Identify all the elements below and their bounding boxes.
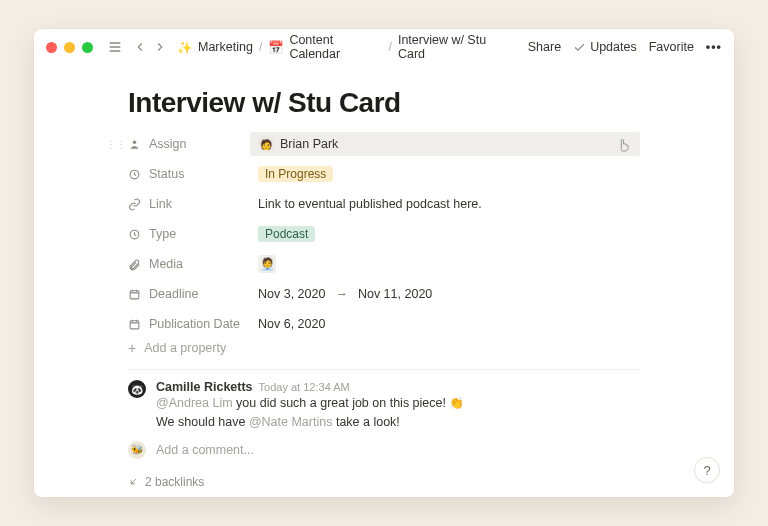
user-mention[interactable]: @Andrea Lim (156, 396, 233, 410)
comment: 🐼 Camille Ricketts Today at 12:34 AM @An… (128, 380, 640, 433)
breadcrumb-item-calendar[interactable]: 📅 Content Calendar (268, 33, 382, 61)
nav-back-button[interactable] (133, 40, 147, 54)
app-window: ✨ Marketing / 📅 Content Calendar / Inter… (34, 29, 734, 497)
help-button[interactable]: ? (694, 457, 720, 483)
arrow-right-icon: → (335, 287, 348, 301)
comment-author: Camille Ricketts (156, 380, 253, 394)
property-row-link[interactable]: Link Link to eventual published podcast … (128, 189, 640, 219)
property-row-deadline[interactable]: Deadline Nov 3, 2020 → Nov 11, 2020 (128, 279, 640, 309)
backlinks-button[interactable]: 2 backlinks (128, 475, 640, 489)
property-value: Brian Park (280, 137, 338, 151)
comment-avatar: 🐼 (128, 380, 146, 398)
property-label: Assign (149, 137, 187, 151)
add-property-button[interactable]: + Add a property (128, 341, 640, 355)
check-icon (573, 41, 586, 54)
backlinks-label: 2 backlinks (145, 475, 204, 489)
add-comment-placeholder: Add a comment... (156, 443, 254, 457)
minimize-window-button[interactable] (64, 42, 75, 53)
breadcrumb-label: Marketing (198, 40, 253, 54)
properties-list: ⋮⋮ Assign 🧑 Brian Park (128, 129, 640, 355)
calendar-icon: 📅 (268, 40, 284, 55)
property-value: Link to eventual published podcast here. (258, 197, 482, 211)
select-icon (128, 228, 141, 241)
clap-emoji-icon: 👏 (449, 396, 464, 410)
updates-button[interactable]: Updates (573, 40, 637, 54)
topbar-actions: Share Updates Favorite ••• (528, 40, 722, 54)
plus-icon: + (128, 341, 136, 355)
property-value: Nov 6, 2020 (258, 317, 325, 331)
titlebar: ✨ Marketing / 📅 Content Calendar / Inter… (34, 29, 734, 65)
property-row-type[interactable]: Type Podcast (128, 219, 640, 249)
updates-label: Updates (590, 40, 637, 54)
user-mention[interactable]: @Nate Martins (249, 415, 333, 429)
deadline-to: Nov 11, 2020 (358, 287, 432, 301)
share-button[interactable]: Share (528, 40, 561, 54)
add-comment-input[interactable]: 🐝 Add a comment... (128, 441, 640, 459)
attachment-icon (128, 258, 141, 271)
sparkles-icon: ✨ (177, 40, 193, 55)
page-content: Interview w/ Stu Card ⋮⋮ Assign 🧑 Brian … (34, 65, 734, 497)
user-avatar: 🧑 (258, 136, 274, 152)
nav-arrows (133, 40, 167, 54)
property-row-media[interactable]: Media 🧑‍💼 (128, 249, 640, 279)
close-window-button[interactable] (46, 42, 57, 53)
svg-rect-10 (130, 320, 139, 328)
breadcrumb-label: Interview w/ Stu Card (398, 33, 512, 61)
current-user-avatar: 🐝 (128, 441, 146, 459)
maximize-window-button[interactable] (82, 42, 93, 53)
property-label: Deadline (149, 287, 198, 301)
pointer-cursor-icon (616, 136, 630, 152)
link-icon (128, 198, 141, 211)
more-menu-button[interactable]: ••• (706, 40, 722, 54)
divider (128, 369, 640, 370)
favorite-button[interactable]: Favorite (649, 40, 694, 54)
sidebar-toggle-icon[interactable] (107, 39, 123, 55)
calendar-icon (128, 288, 141, 301)
breadcrumb-item-current[interactable]: Interview w/ Stu Card (398, 33, 512, 61)
property-label: Link (149, 197, 172, 211)
backlink-arrow-icon (128, 476, 139, 487)
page-title[interactable]: Interview w/ Stu Card (128, 87, 640, 119)
svg-rect-6 (130, 290, 139, 298)
property-label: Status (149, 167, 184, 181)
window-controls (46, 42, 93, 53)
property-row-status[interactable]: Status In Progress (128, 159, 640, 189)
status-badge: In Progress (258, 166, 333, 182)
media-thumbnail[interactable]: 🧑‍💼 (258, 255, 276, 273)
breadcrumb-separator: / (259, 40, 262, 54)
property-label: Type (149, 227, 176, 241)
drag-handle-icon[interactable]: ⋮⋮ (106, 139, 126, 150)
select-icon (128, 168, 141, 181)
comment-text: @Andrea Lim you did such a great job on … (156, 394, 640, 433)
property-row-assign[interactable]: ⋮⋮ Assign 🧑 Brian Park (128, 129, 640, 159)
calendar-icon (128, 318, 141, 331)
svg-point-3 (133, 140, 136, 143)
comment-timestamp: Today at 12:34 AM (259, 381, 350, 393)
property-row-publication-date[interactable]: Publication Date Nov 6, 2020 (128, 309, 640, 339)
nav-forward-button[interactable] (153, 40, 167, 54)
person-icon (128, 138, 141, 151)
breadcrumb-label: Content Calendar (289, 33, 382, 61)
add-property-label: Add a property (144, 341, 226, 355)
property-label: Publication Date (149, 317, 240, 331)
breadcrumb: ✨ Marketing / 📅 Content Calendar / Inter… (177, 33, 512, 61)
breadcrumb-separator: / (388, 40, 391, 54)
comments-section: 🐼 Camille Ricketts Today at 12:34 AM @An… (128, 380, 640, 459)
type-badge: Podcast (258, 226, 315, 242)
property-label: Media (149, 257, 183, 271)
breadcrumb-item-marketing[interactable]: ✨ Marketing (177, 40, 253, 55)
deadline-from: Nov 3, 2020 (258, 287, 325, 301)
